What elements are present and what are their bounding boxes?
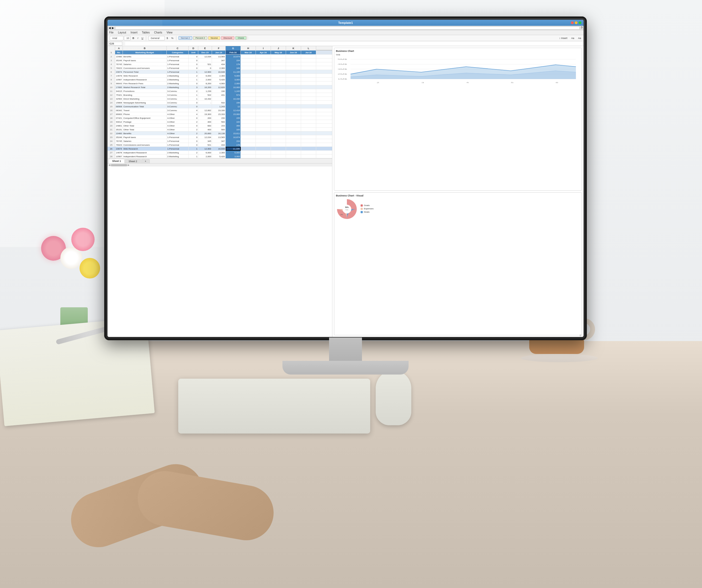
table-row[interactable]: 2714678Independent Reasearch2-Marketing2… [108,151,332,155]
spreadsheet-app: Template1 ◀ ▶ ? File L [108,20,584,337]
col-header-c[interactable]: C [167,46,189,51]
number-format[interactable]: General [148,36,165,40]
legend-deals: Deals [361,211,373,213]
style-percent2[interactable]: Percent 2 [193,36,207,40]
menu-view[interactable]: View [167,31,173,34]
svg-text:5M$: 5M$ [338,59,347,60]
maximize-btn[interactable] [579,21,581,24]
theme2-btn[interactable]: Aa [577,36,582,40]
line-chart-container: Business Chart 5M$ 5M$ 4M$ 3M$ 2M$ 1M$ [334,48,582,191]
table-row[interactable]: 335246Payroll taxes1-Personnal0347154 [108,59,332,62]
menu-charts[interactable]: Charts [154,31,162,34]
percent-btn[interactable]: % [170,36,175,40]
horizontal-scrollbar[interactable]: ◀ ▶ ||| [108,163,332,167]
data-rows: 210480Benefits1-Personnal012,03413,56510… [108,55,332,158]
table-row[interactable]: 1568508Communication Total3-Commu01,2431… [108,105,332,108]
theme-btn[interactable]: Aa [570,36,576,40]
table-row[interactable]: 714678Web Research2-Marketing26,0002,300… [108,74,332,78]
col-header-h[interactable]: H [241,46,256,51]
table-row[interactable]: 2135151Other Total4-Other2400500100 [108,127,332,131]
label-feb16: Feb-16 [226,51,241,54]
col-header-j[interactable]: J [271,46,286,51]
scrollbar-thumb[interactable] [111,164,127,166]
formula-input[interactable] [125,42,582,45]
table-row[interactable]: 576023Commissions and bonuses1-Personnal… [108,66,332,70]
col-header-i[interactable]: I [256,46,271,51]
menu-bar: File Layout Insert Tables Charts View [108,30,584,35]
svg-text:50%: 50% [345,206,349,208]
font-name[interactable]: Arial [110,36,123,40]
style-section: Normal 2 Percent 2 Neutral Discount Chec… [178,36,248,40]
sheet-tab-1[interactable]: Sheet 1 [109,159,124,163]
table-row[interactable]: 1807421Computer/Office Equipment4-Other0… [108,116,332,120]
table-row[interactable]: 1017895Market Research Total2-Marketing3… [108,85,332,89]
format-section: General $ % [147,36,176,40]
table-row[interactable]: 810567Independent Reasearch2-Marketing12… [108,78,332,82]
table-row[interactable]: 476745Salaries1-Personnal0521434178 [108,62,332,66]
table-row[interactable]: 2810567Independent Reasearch2-Marketing1… [108,155,332,158]
table-row[interactable]: 2576023Commissions and bonuses1-Personna… [108,143,332,147]
label-row: 1 No. Marketing Budget Categories Unit D… [108,51,332,55]
menu-insert[interactable]: Insert [130,31,137,34]
table-row[interactable]: 210480Benefits1-Personnal012,03413,56510… [108,55,332,59]
col-header-e[interactable]: E [198,46,212,51]
help-icon[interactable]: ? [581,26,582,29]
sheet-tab-2[interactable]: Sheet 2 [125,159,141,163]
line-chart-svg: 5M$ 4M$ 3M$ 2M$ 1M$ [336,57,580,85]
col-header-k[interactable]: K [286,46,301,51]
style-normal2[interactable]: Normal 2 [179,36,192,40]
label-jun16: Jun-16 [286,51,301,54]
svg-text:25%: 25% [340,214,343,215]
col-header-g[interactable]: G [226,46,241,51]
table-row[interactable]: 2024801Other Total4-Other0683153356 [108,124,332,127]
style-neutral[interactable]: Neutral [208,36,220,40]
menu-tables[interactable]: Tables [142,31,150,34]
sheet-add-tab[interactable]: + [141,159,150,163]
table-row[interactable]: 1194015Promotions3-Commu21,2391901,245 [108,89,332,93]
table-row[interactable]: 1332564Direct Marketing3-Commu110,43210,… [108,97,332,101]
table-row[interactable]: 2476745Salaries1-Personnal0345347154 [108,139,332,143]
style-discount[interactable]: Discount [221,36,234,40]
nav-back[interactable]: ◀ [109,26,111,29]
title-bar-controls [571,21,581,24]
table-row[interactable]: 1993012Postage4-Other2400500100 [108,120,332,124]
svg-text:6: 6 [556,82,558,84]
insert-section: ↕ Insert Aa Aa [558,36,582,40]
table-row[interactable]: 1275321Branding3-Commu1522431573 [108,93,332,97]
close-btn[interactable] [571,21,574,24]
breadcrumb[interactable] [115,26,580,30]
table-row[interactable]: 1789063Phone4-Other419,30015,33315,000 [108,112,332,116]
spreadsheet-content: A B C D E F G H I J K L [108,46,584,337]
bold-btn[interactable]: B [131,36,136,40]
cell-ref[interactable]: G26 [109,42,122,45]
col-header-l[interactable]: L [301,46,316,51]
insert-btn[interactable]: ↕ Insert [558,36,569,40]
col-header-f[interactable]: F [212,46,226,51]
table-row[interactable]: 1606342Travel3-Commu412,66219,33012,416 [108,108,332,112]
menu-layout[interactable]: Layout [118,31,126,34]
table-row[interactable]: 1415808Newspaper Advertising3-Commu0-532… [108,101,332,105]
style-check[interactable]: Check [235,36,246,40]
label-may16: May-16 [271,51,286,54]
label-no: No. [115,51,123,54]
nav-forward[interactable]: ▶ [112,26,114,29]
table-row[interactable]: 2623674Web Research1-Personnal112,90016,… [108,147,332,151]
table-row[interactable]: 2335246Payroll taxes1-Personnal012,03413… [108,135,332,139]
underline-btn[interactable]: U [140,36,145,40]
monitor-stand-base [282,361,408,375]
label-jul16: Jul-16 [301,51,316,54]
label-mar16: Mar-16 [241,51,256,54]
col-header-d[interactable]: D [189,46,198,51]
col-header-a[interactable]: A [115,46,123,51]
table-row[interactable]: 996643Firm Research Fees2-Marketing08,20… [108,82,332,85]
monitor-border: Template1 ◀ ▶ ? File L [104,16,587,340]
table-row[interactable]: 2210460Benefits4-Other220,68316,13615,61… [108,131,332,135]
flower-yellow [80,258,100,279]
font-size[interactable]: 10 [124,36,130,40]
table-row[interactable]: 623674Personnel Total1-Personnal112,9001… [108,70,332,74]
minimize-btn[interactable] [575,21,578,24]
currency-btn[interactable]: $ [165,36,169,40]
italic-btn[interactable]: I [136,36,140,40]
menu-file[interactable]: File [109,31,114,34]
col-header-b[interactable]: B [123,46,167,51]
